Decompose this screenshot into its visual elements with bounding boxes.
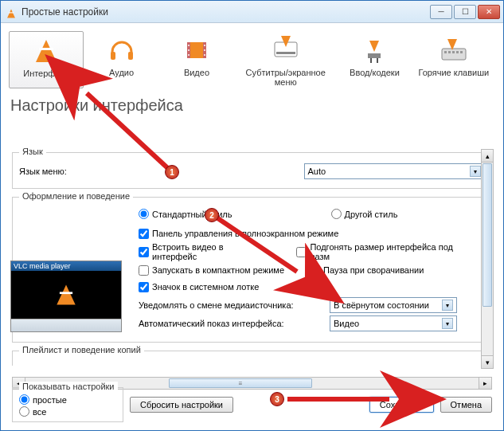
window-titlebar: Простые настройки ─ ☐ ✕ bbox=[1, 1, 503, 23]
style-preview-thumbnail: VLC media player bbox=[10, 261, 122, 332]
dropdown-arrow-icon: ▾ bbox=[470, 166, 481, 177]
auto-show-label: Автоматический показ интерфейса: bbox=[139, 319, 330, 328]
compact-mode-check[interactable]: Запускать в компактном режиме bbox=[139, 265, 284, 276]
svg-rect-16 bbox=[448, 51, 451, 53]
vertical-scrollbar[interactable]: ▴ ▾ bbox=[481, 149, 494, 369]
svg-rect-12 bbox=[276, 52, 295, 54]
tab-video[interactable]: Видео bbox=[159, 31, 234, 88]
headphones-icon bbox=[85, 34, 157, 66]
svg-rect-15 bbox=[444, 51, 447, 53]
controls-fullscreen-check[interactable]: Панель управления в полноэкранном режиме bbox=[139, 229, 338, 239]
tab-subtitles[interactable]: Субтитры/экранное меню bbox=[234, 31, 337, 88]
svg-rect-18 bbox=[456, 51, 459, 53]
show-all-radio[interactable]: все bbox=[19, 406, 46, 417]
look-group-title: Оформление и поведение bbox=[19, 191, 133, 201]
scroll-up-button[interactable]: ▴ bbox=[482, 150, 493, 163]
notify-media-select[interactable]: В свёрнутом состоянии ▾ bbox=[330, 297, 457, 313]
plug-icon bbox=[338, 34, 410, 66]
maximize-button[interactable]: ☐ bbox=[454, 5, 476, 19]
menu-language-select[interactable]: Auto ▾ bbox=[304, 163, 486, 179]
minimize-button[interactable]: ─ bbox=[430, 5, 452, 19]
svg-rect-0 bbox=[111, 52, 115, 60]
svg-point-5 bbox=[188, 45, 189, 46]
keyboard-icon bbox=[414, 34, 494, 66]
dropdown-arrow-icon: ▾ bbox=[442, 300, 453, 311]
show-simple-radio[interactable]: простые bbox=[19, 394, 67, 405]
svg-rect-17 bbox=[452, 51, 455, 53]
style-default-radio[interactable]: Стандартный стиль bbox=[139, 209, 232, 219]
thumb-caption: VLC media player bbox=[11, 261, 121, 271]
svg-point-7 bbox=[188, 54, 189, 56]
language-group-title: Язык bbox=[19, 147, 46, 156]
fit-interface-size-check[interactable]: Подгонять размер интерфейса под разм bbox=[296, 242, 474, 261]
app-icon bbox=[4, 6, 17, 18]
playlist-group: Плейлист и поведение копий bbox=[12, 351, 492, 366]
style-other-radio[interactable]: Другой стиль bbox=[331, 209, 398, 219]
language-group: Язык Язык меню: Auto ▾ bbox=[12, 152, 492, 189]
tray-icon-check[interactable]: Значок в системном лотке bbox=[139, 282, 259, 292]
tab-hotkeys[interactable]: Горячие клавиши bbox=[412, 31, 495, 88]
tab-audio[interactable]: Аудио bbox=[84, 31, 158, 88]
auto-show-select[interactable]: Видео ▾ bbox=[330, 315, 457, 331]
reset-settings-button[interactable]: Сбросить настройки bbox=[130, 397, 233, 413]
svg-rect-14 bbox=[442, 49, 466, 60]
tab-input-codecs[interactable]: Ввод/кодеки bbox=[337, 31, 412, 88]
notify-media-label: Уведомлять о смене медиаисточника: bbox=[139, 300, 330, 310]
playlist-group-title: Плейлист и поведение копий bbox=[19, 345, 144, 355]
window-title: Простые настройки bbox=[21, 6, 428, 18]
scroll-down-button[interactable]: ▾ bbox=[482, 355, 493, 368]
scroll-thumb[interactable] bbox=[483, 163, 492, 307]
svg-point-10 bbox=[204, 54, 205, 56]
svg-rect-1 bbox=[128, 52, 133, 60]
pause-on-minimize-check[interactable]: Пауза при сворачивании bbox=[310, 265, 424, 276]
dropdown-arrow-icon: ▾ bbox=[442, 318, 453, 329]
svg-point-9 bbox=[204, 49, 205, 51]
film-icon bbox=[161, 34, 232, 66]
embed-video-check[interactable]: Встроить видео в интерфейс bbox=[139, 242, 270, 261]
show-settings-group: Показывать настройки простые все bbox=[12, 387, 123, 422]
page-heading: Настройки интерфейса bbox=[10, 96, 495, 115]
cone-icon bbox=[11, 35, 81, 67]
svg-rect-19 bbox=[460, 51, 463, 53]
svg-point-8 bbox=[204, 45, 205, 46]
cancel-button[interactable]: Отмена bbox=[440, 397, 492, 413]
save-button[interactable]: Сохранить bbox=[369, 397, 434, 413]
svg-rect-13 bbox=[368, 53, 381, 58]
show-settings-label: Показывать настройки bbox=[19, 382, 118, 391]
menu-language-label: Язык меню: bbox=[19, 167, 131, 176]
tab-interface[interactable]: Интерфейс bbox=[9, 31, 84, 88]
svg-point-6 bbox=[188, 49, 189, 51]
close-button[interactable]: ✕ bbox=[478, 5, 500, 19]
subtitles-icon bbox=[236, 34, 335, 66]
